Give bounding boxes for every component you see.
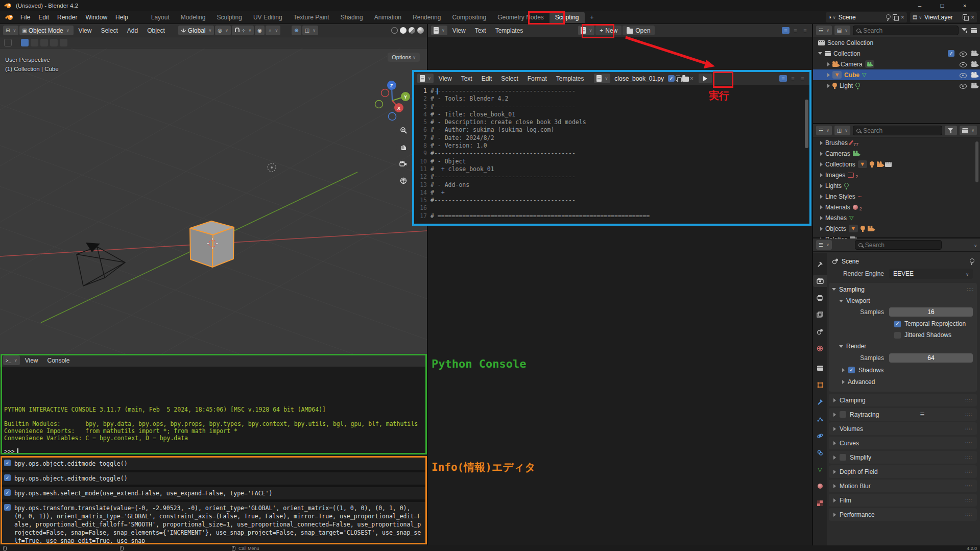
display-mode-selector[interactable]: ☷: [816, 126, 832, 135]
menu-file[interactable]: File: [16, 12, 34, 22]
expand-icon[interactable]: [820, 195, 823, 199]
console-menu-console[interactable]: Console: [43, 355, 74, 366]
expand-icon[interactable]: [820, 216, 823, 220]
shadows-subpanel-header[interactable]: Shadows: [829, 364, 977, 376]
unlink-text-icon[interactable]: [690, 75, 694, 82]
viewlayer-name[interactable]: ViewLayer: [924, 14, 960, 21]
viewport-scene[interactable]: Z Y X: [0, 49, 427, 354]
panel-motion-blur[interactable]: Motion Blur: [829, 480, 977, 492]
properties-tab-viewlayer[interactable]: [813, 308, 827, 321]
data-row-lights[interactable]: Lights: [813, 180, 980, 191]
select-mode-box-icon[interactable]: [31, 39, 38, 46]
data-row-collections[interactable]: Collections: [813, 159, 980, 170]
expand-icon[interactable]: [820, 227, 823, 231]
properties-tab-output[interactable]: [813, 292, 827, 304]
script-menu-templates[interactable]: Templates: [552, 74, 588, 84]
info-log-row[interactable]: bpy.ops.object.editmode_toggle(): [0, 458, 427, 470]
script-menu-view[interactable]: View: [435, 74, 456, 84]
data-row-objects[interactable]: Objects: [813, 223, 980, 234]
properties-tab-physics[interactable]: [813, 429, 827, 442]
expand-icon[interactable]: [827, 62, 830, 66]
filter-icon[interactable]: [961, 28, 968, 34]
disable-render-icon[interactable]: [971, 85, 977, 88]
word-wrap-toggle-icon[interactable]: [789, 75, 797, 82]
expand-icon[interactable]: [820, 141, 823, 145]
expand-icon[interactable]: [820, 152, 823, 156]
open-text-button[interactable]: Open: [623, 26, 654, 35]
scrollbar[interactable]: [975, 141, 978, 182]
console-menu-view[interactable]: View: [21, 355, 42, 366]
properties-tab-world[interactable]: [813, 342, 827, 354]
line-numbers-toggle-icon[interactable]: [782, 27, 790, 34]
tab-rendering[interactable]: Rendering: [407, 12, 446, 23]
viewport-menu-object[interactable]: Object: [143, 26, 169, 36]
menu-window[interactable]: Window: [81, 12, 111, 22]
hide-viewport-icon[interactable]: [959, 71, 967, 79]
properties-tab-collection[interactable]: [813, 362, 827, 374]
snap-toggle[interactable]: ⊹: [232, 26, 254, 35]
new-text-button[interactable]: +New: [595, 26, 622, 35]
log-checkbox[interactable]: [4, 489, 11, 496]
pan-hand-icon[interactable]: [396, 140, 410, 154]
menu-help[interactable]: Help: [111, 12, 132, 22]
maximize-button[interactable]: □: [931, 3, 953, 9]
panel-curves[interactable]: Curves: [829, 437, 977, 449]
script-datablock-selector[interactable]: [594, 74, 610, 83]
tab-shading[interactable]: Shading: [335, 12, 369, 23]
data-row-images[interactable]: Images 2: [813, 170, 980, 180]
data-row-brushes[interactable]: Brushes 77: [813, 137, 980, 148]
filter-icon[interactable]: [945, 126, 957, 135]
properties-tab-modifiers[interactable]: [813, 396, 827, 408]
camera-view-icon[interactable]: [396, 157, 410, 171]
active-tool-icon[interactable]: [4, 39, 12, 46]
editor-type-icon[interactable]: >_: [3, 355, 20, 365]
select-mode-lasso-icon[interactable]: [50, 39, 58, 46]
editor-type-icon[interactable]: [431, 26, 447, 35]
info-editor-region[interactable]: bpy.ops.object.editmode_toggle() bpy.ops…: [0, 456, 427, 545]
collection-row[interactable]: Collection: [813, 48, 980, 59]
properties-tab-constraints[interactable]: [813, 446, 827, 459]
log-checkbox[interactable]: [4, 474, 11, 481]
panel-simplify[interactable]: Simplify: [829, 451, 977, 464]
hide-viewport-icon[interactable]: [959, 82, 967, 89]
script-menu-edit[interactable]: Edit: [477, 74, 496, 84]
remove-viewlayer-icon[interactable]: [971, 14, 974, 21]
script-menu-format[interactable]: Format: [523, 74, 551, 84]
camera-row[interactable]: Camera: [813, 59, 980, 69]
word-wrap-toggle-icon[interactable]: [792, 27, 799, 34]
properties-tab-data[interactable]: [813, 463, 827, 475]
text-menu-view[interactable]: View: [448, 26, 470, 36]
sampling-panel-header[interactable]: Sampling: [829, 283, 977, 296]
shading-wireframe-icon[interactable]: [391, 27, 398, 34]
script-menu-select[interactable]: Select: [497, 74, 522, 84]
info-log-row[interactable]: bpy.ops.object.editmode_toggle(): [0, 472, 427, 485]
console-body[interactable]: PYTHON INTERACTIVE CONSOLE 3.11.7 (main,…: [0, 367, 427, 456]
filter-type-icon[interactable]: ◫: [834, 126, 850, 135]
overlays-toggle[interactable]: ◫: [302, 26, 318, 35]
properties-tab-object[interactable]: [813, 379, 827, 391]
viewport-menu-add[interactable]: Add: [123, 26, 142, 36]
properties-tab-scene[interactable]: [813, 325, 827, 338]
scrollbar[interactable]: [805, 100, 808, 148]
editor-type-icon[interactable]: [417, 74, 434, 83]
filter-type-icon[interactable]: ▤: [834, 26, 850, 35]
text-datablock-selector[interactable]: [578, 26, 594, 35]
scene-collection-row[interactable]: Scene Collection: [813, 37, 980, 48]
log-checkbox[interactable]: [4, 504, 11, 511]
cube-row-selected[interactable]: Cube: [813, 69, 980, 80]
tab-geometry-nodes[interactable]: Geometry Nodes: [492, 12, 549, 23]
properties-tab-texture[interactable]: [813, 497, 827, 509]
hide-viewport-icon[interactable]: [959, 50, 967, 57]
pin-icon[interactable]: [969, 258, 974, 265]
advanced-subpanel-header[interactable]: Advanced: [829, 376, 977, 388]
properties-search-input[interactable]: [855, 240, 942, 250]
raytracing-presets-icon[interactable]: ☰: [920, 412, 924, 417]
viewport-menu-select[interactable]: Select: [97, 26, 122, 36]
syntax-highlight-toggle-icon[interactable]: [801, 27, 809, 34]
properties-tab-render[interactable]: [813, 275, 827, 287]
minimize-button[interactable]: –: [909, 3, 931, 9]
outliner-region[interactable]: ☷ ▤ Scene Collection Collection: [813, 24, 980, 123]
open-text-icon[interactable]: [682, 77, 689, 82]
select-mode-circle-icon[interactable]: [40, 39, 48, 46]
navigation-gizmo[interactable]: Z Y X: [375, 81, 411, 121]
